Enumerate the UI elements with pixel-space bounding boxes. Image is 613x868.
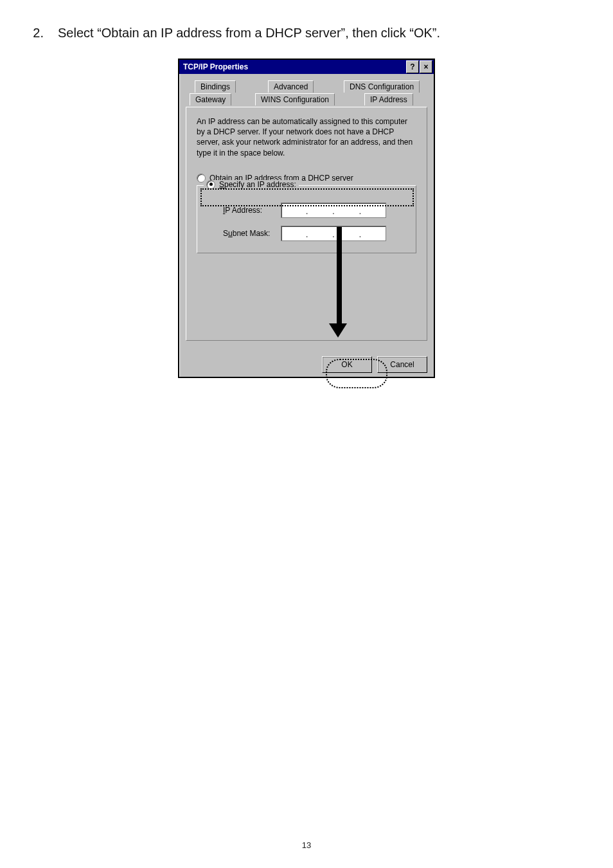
ip-octet-3[interactable] — [335, 203, 359, 217]
specify-ip-group: Specify an IP address: IP Address: . . . — [197, 185, 416, 253]
tab-advanced[interactable]: Advanced — [268, 80, 314, 93]
tab-bindings[interactable]: Bindings — [195, 80, 236, 93]
radio-specify-label: Specify an IP address: — [219, 180, 296, 189]
tab-wins-configuration[interactable]: WINS Configuration — [255, 93, 335, 105]
tab-dns-configuration[interactable]: DNS Configuration — [344, 80, 420, 93]
instruction-number: 2. — [30, 26, 44, 41]
subnet-mask-input[interactable]: . . . — [281, 226, 386, 241]
tab-ip-address[interactable]: IP Address — [364, 93, 413, 105]
tab-strip: Bindings Advanced DNS Configuration Gate… — [186, 80, 427, 107]
close-icon[interactable]: × — [420, 60, 432, 73]
instruction-line: 2. Select “Obtain an IP address from a D… — [30, 26, 567, 41]
page-number: 13 — [0, 840, 613, 850]
annotation-arrow-icon — [335, 227, 343, 336]
ok-button[interactable]: OK — [322, 356, 372, 373]
radio-specify-ip[interactable]: Specify an IP address: — [204, 180, 299, 189]
radio-icon — [206, 180, 215, 189]
titlebar: TCP/IP Properties ? × — [179, 60, 434, 74]
ip-address-label: IP Address: — [223, 206, 274, 215]
tcpip-properties-dialog: TCP/IP Properties ? × Bindings Advanced … — [178, 59, 435, 378]
cancel-button[interactable]: Cancel — [377, 356, 427, 373]
tab-gateway[interactable]: Gateway — [190, 93, 231, 105]
ip-octet-4[interactable] — [361, 203, 386, 217]
instruction-text: Select “Obtain an IP address from a DHCP… — [58, 26, 440, 41]
ip-address-input[interactable]: . . . — [281, 203, 386, 218]
ip-octet-2[interactable] — [308, 203, 332, 217]
mask-octet-4[interactable] — [361, 226, 386, 240]
help-icon[interactable]: ? — [406, 60, 419, 73]
description-text: An IP address can be automatically assig… — [197, 116, 416, 158]
mask-octet-1[interactable] — [281, 226, 306, 240]
ip-octet-1[interactable] — [281, 203, 306, 217]
tab-panel-ip-address: An IP address can be automatically assig… — [186, 107, 427, 341]
titlebar-text: TCP/IP Properties — [183, 62, 248, 71]
subnet-mask-label: Subnet Mask: — [223, 229, 274, 238]
mask-octet-2[interactable] — [308, 226, 332, 240]
